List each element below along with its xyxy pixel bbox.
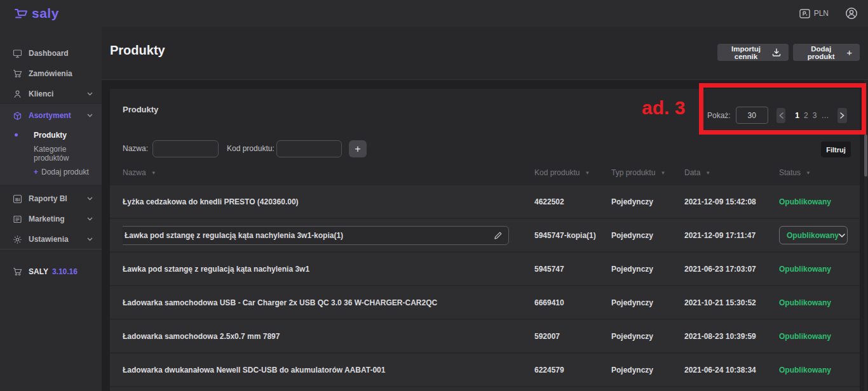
chevron-down-icon <box>87 114 93 117</box>
product-type: Pojedynczy <box>611 332 684 341</box>
name-filter-input[interactable] <box>153 140 219 157</box>
sidebar-item-zamowienia[interactable]: Zamówienia <box>0 63 102 84</box>
chevron-down-icon <box>87 217 93 221</box>
sidebar-sublabel: Dodaj produkt <box>41 168 89 176</box>
logo-text: saly <box>32 6 59 21</box>
product-type: Pojedynczy <box>611 231 684 240</box>
panel-title: Produkty <box>123 105 158 114</box>
scrollbar-track[interactable] <box>864 80 867 391</box>
product-date: 2021-06-23 17:03:07 <box>684 265 779 274</box>
filter-button[interactable]: Filtruj <box>821 142 851 157</box>
sidebar-item-ustawienia[interactable]: Ustawienia <box>0 229 102 249</box>
scrollbar-thumb[interactable] <box>864 135 867 176</box>
page-number[interactable]: 3 <box>813 111 817 120</box>
import-button-label: Importuj cennik <box>725 45 767 60</box>
products-panel: Produkty Pokaż: 123… Nazwa: Kod produktu… <box>110 89 860 391</box>
add-filter-button[interactable]: + <box>349 140 367 157</box>
page-size-input[interactable] <box>736 107 768 124</box>
sort-icon: ▼ <box>151 170 156 176</box>
currency-label: PLN <box>814 9 829 18</box>
sort-icon: ▼ <box>585 170 590 176</box>
package-icon <box>13 111 22 121</box>
sidebar-label: Marketing <box>29 215 65 223</box>
cart-logo-icon <box>14 7 29 20</box>
table-body: Łyżka cedzakowa do knedli PRESTO (420360… <box>110 185 860 387</box>
svg-text:Bi: Bi <box>15 196 20 202</box>
table-row[interactable]: Łyżka cedzakowa do knedli PRESTO (420360… <box>110 185 860 218</box>
page-number[interactable]: 2 <box>804 111 808 120</box>
filter-bar: Nazwa: Kod produktu: + Filtruj <box>110 136 860 161</box>
product-name: Ładowarka samochodowa 2.5x0.7 mm 7897 <box>123 332 280 341</box>
next-page-button[interactable] <box>837 108 847 123</box>
sidebar-sublabel: Produkty <box>34 131 67 140</box>
account-icon[interactable] <box>845 7 858 20</box>
page-numbers[interactable]: 123… <box>795 111 829 120</box>
table-row[interactable]: Ładowarka dwukanałowa Newell SDC-USB do … <box>110 354 860 386</box>
status-badge[interactable]: Opublikowany <box>779 265 831 274</box>
sidebar-subitem-kategorie[interactable]: Kategorie produktów <box>0 144 102 162</box>
sidebar-item-klienci[interactable]: Klienci <box>0 84 102 104</box>
sidebar-footer: SALY 3.10.16 <box>0 249 102 280</box>
product-type: Pojedynczy <box>611 265 684 274</box>
status-badge[interactable]: Opublikowany <box>779 197 831 206</box>
add-button-label: Dodaj produkt <box>801 45 841 60</box>
table-row[interactable]: Ławka pod sztangę z regulacją kąta nachy… <box>110 253 860 285</box>
product-code: 592007 <box>534 332 611 341</box>
sidebar-item-asortyment[interactable]: Asortyment <box>0 105 102 126</box>
edit-pencil-icon[interactable] <box>494 232 502 239</box>
sidebar-item-marketing[interactable]: Marketing <box>0 209 102 229</box>
person-icon <box>13 89 22 99</box>
annotation-label: ad. 3 <box>642 97 685 119</box>
plus-icon: + <box>34 168 38 176</box>
sidebar-label: Raporty BI <box>29 194 67 203</box>
import-pricelist-button[interactable]: Importuj cennik <box>717 44 789 61</box>
add-product-button[interactable]: Dodaj produkt + <box>793 44 860 61</box>
sidebar-subitem-dodaj-produkt[interactable]: + Dodaj produkt <box>0 162 102 181</box>
download-icon <box>772 48 781 56</box>
page-title: Produkty <box>110 43 165 58</box>
sidebar-group-asortyment: Asortyment Produkty Kategorie produktów … <box>0 104 102 185</box>
sort-icon: ▼ <box>660 170 665 176</box>
column-header-nazwa[interactable]: Nazwa▼ <box>123 168 534 177</box>
page-number[interactable]: 1 <box>795 111 799 120</box>
column-header-typ[interactable]: Typ produktu▼ <box>611 168 684 177</box>
product-date: 2021-06-24 10:38:34 <box>684 366 779 374</box>
product-name: Ładowarka dwukanałowa Newell SDC-USB do … <box>123 366 385 374</box>
prev-page-button[interactable] <box>776 108 786 123</box>
product-name-input[interactable]: Ławka pod sztangę z regulacją kąta nachy… <box>123 226 509 245</box>
sidebar-label: Ustawienia <box>29 235 69 244</box>
code-filter-input[interactable] <box>276 140 342 157</box>
product-name: Ławka pod sztangę z regulacją kąta nachy… <box>123 265 309 274</box>
table-row[interactable]: Ławka pod sztangę z regulacją kąta nachy… <box>110 219 860 251</box>
status-badge[interactable]: Opublikowany <box>779 298 831 307</box>
sidebar-label: Zamówienia <box>29 69 72 78</box>
product-date: 2021-10-21 15:30:52 <box>684 298 779 307</box>
status-badge[interactable]: Opublikowany <box>779 366 831 374</box>
column-header-data[interactable]: Data▼ <box>684 168 779 177</box>
sidebar-sublabel: Kategorie produktów <box>34 145 102 162</box>
column-header-kod[interactable]: Kod produktu▼ <box>534 168 611 177</box>
product-date: 2021-12-09 15:42:08 <box>684 197 779 206</box>
sort-icon: ▼ <box>806 170 811 176</box>
column-header-status[interactable]: Status▼ <box>779 168 868 177</box>
sidebar-item-dashboard[interactable]: Dashboard <box>0 43 102 63</box>
sidebar-subitem-produkty[interactable]: Produkty <box>0 126 102 144</box>
product-date: 2021-08-23 10:39:59 <box>684 332 779 341</box>
page-number[interactable]: … <box>821 111 829 120</box>
product-date: 2021-12-09 17:11:47 <box>684 231 779 240</box>
table-row[interactable]: Ładowarka samochodowa 2.5x0.7 mm 7897 Ła… <box>110 320 860 352</box>
product-code: 4622502 <box>534 197 611 206</box>
app-logo[interactable]: saly <box>14 6 59 21</box>
status-dropdown[interactable]: Opublikowany <box>779 226 848 244</box>
sidebar-item-raporty-bi[interactable]: Bi Raporty BI <box>0 189 102 209</box>
cart-icon <box>13 267 22 276</box>
status-badge[interactable]: Opublikowany <box>779 332 831 341</box>
sort-icon: ▼ <box>705 170 710 176</box>
app-version: SALY 3.10.16 <box>0 263 102 280</box>
currency-icon <box>799 9 810 18</box>
page-size-label: Pokaż: <box>707 111 731 120</box>
chevron-down-icon <box>87 197 93 201</box>
table-row[interactable]: Ładowarka samochodowa USB - Car Charger … <box>110 286 860 319</box>
currency-selector[interactable]: PLN <box>799 9 829 18</box>
sidebar-label: Klienci <box>29 89 53 98</box>
